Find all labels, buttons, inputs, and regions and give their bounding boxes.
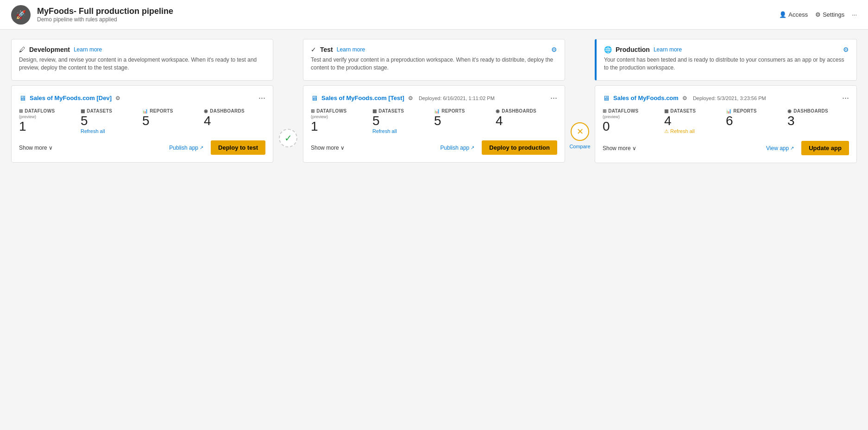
access-button[interactable]: 👤 Access <box>779 11 808 18</box>
show-more-dev[interactable]: Show more ∨ <box>19 145 53 151</box>
workspace-card-dev: 🖥 Sales of MyFoods.com [Dev] ⚙ ··· ⊞ DAT… <box>11 85 273 163</box>
dashboards-icon-dev: ◉ <box>204 108 208 114</box>
app-icon: 🚀 <box>11 5 31 25</box>
refresh-all-test[interactable]: Refresh all <box>372 128 397 134</box>
dataflows-icon-prod: ⊞ <box>603 108 606 114</box>
dashboards-icon-test: ◉ <box>496 108 500 114</box>
metrics-row-prod: ⊞ DATAFLOWS (preview) 0 ▦ DATASETS 4 <box>603 108 849 134</box>
deploy-to-test-button[interactable]: Deploy to test <box>211 140 265 155</box>
chevron-down-icon-prod: ∨ <box>632 145 636 152</box>
workspace-deployed-prod: Deployed: 5/3/2021, 3:23:56 PM <box>693 95 766 101</box>
deploy-status-error: ✕ <box>571 122 589 141</box>
dataflows-value-prod: 0 <box>603 120 610 133</box>
stage-header-card-dev: 🖊 Development Learn more Design, review,… <box>11 39 273 81</box>
dev-stage-name: Development <box>29 46 70 53</box>
workspace-col-prod: 🖥 Sales of MyFoods.com ⚙ Deployed: 5/3/2… <box>595 85 857 163</box>
stage-title-row-dev: 🖊 Development Learn more <box>19 46 265 53</box>
datasets-value-dev: 5 <box>81 114 88 127</box>
dev-learn-more[interactable]: Learn more <box>74 46 102 53</box>
external-link-icon-prod: ↗ <box>790 145 794 151</box>
datasets-icon-dev: ▦ <box>81 108 85 114</box>
chevron-down-icon-dev: ∨ <box>49 145 53 151</box>
workspace-menu-prod[interactable]: ··· <box>842 93 849 103</box>
metric-dashboards-prod: ◉ DASHBOARDS 3 <box>787 108 849 127</box>
workspace-icon-dev: 🖥 <box>19 94 26 102</box>
stage-header-card-test: ✓ Test Learn more ⚙ Test and verify your… <box>303 39 565 81</box>
reports-value-test: 5 <box>434 114 441 127</box>
workspace-rules-icon-test: ⚙ <box>408 95 413 101</box>
card-footer-dev: Show more ∨ Publish app ↗ Deploy to test <box>19 140 265 155</box>
refresh-all-prod[interactable]: ⚠ Refresh all <box>664 128 695 134</box>
workspace-rules-icon-prod: ⚙ <box>682 95 687 101</box>
dataflows-icon-test: ⊞ <box>311 108 314 114</box>
test-stage-icon: ✓ <box>311 46 316 53</box>
warning-icon-prod: ⚠ <box>664 128 669 134</box>
workspace-deployed-test: Deployed: 6/16/2021, 1:11:02 PM <box>419 95 495 101</box>
reports-icon-prod: 📊 <box>726 108 731 114</box>
workspace-name-test[interactable]: Sales of MyFoods.com [Test] <box>321 95 404 101</box>
prod-learn-more[interactable]: Learn more <box>654 46 682 53</box>
metrics-row-test: ⊞ DATAFLOWS (preview) 1 ▦ DATASETS 5 R <box>311 108 557 134</box>
workspace-menu-dev[interactable]: ··· <box>258 93 265 103</box>
deploy-status-check: ✓ <box>279 129 297 147</box>
publish-app-dev[interactable]: Publish app ↗ <box>169 145 203 151</box>
show-more-test[interactable]: Show more ∨ <box>311 145 345 151</box>
prod-stage-name: Production <box>616 46 650 53</box>
workspace-col-dev: 🖥 Sales of MyFoods.com [Dev] ⚙ ··· ⊞ DAT… <box>11 85 273 163</box>
show-more-prod[interactable]: Show more ∨ <box>603 145 636 152</box>
metric-dataflows-dev: ⊞ DATAFLOWS (preview) 1 <box>19 108 81 133</box>
stage-header-card-prod: 🌐 Production Learn more ⚙ Your content h… <box>595 39 857 81</box>
settings-button[interactable]: ⚙ Settings <box>815 11 844 18</box>
publish-app-test[interactable]: Publish app ↗ <box>440 145 475 151</box>
user-icon: 👤 <box>779 11 786 18</box>
view-app-prod[interactable]: View app ↗ <box>766 145 794 152</box>
page-subtitle: Demo pipeline with rules applied <box>37 16 173 23</box>
metric-dataflows-test: ⊞ DATAFLOWS (preview) 1 <box>311 108 372 133</box>
card-footer-prod: Show more ∨ View app ↗ Update app <box>603 141 849 155</box>
metric-datasets-prod: ▦ DATASETS 4 ⚠ Refresh all <box>664 108 726 134</box>
reports-value-prod: 6 <box>726 114 733 127</box>
stage-header-development: 🖊 Development Learn more Design, review,… <box>11 39 273 81</box>
dev-stage-desc: Design, review, and revise your content … <box>19 56 265 72</box>
datasets-value-prod: 4 <box>664 114 672 127</box>
prod-refresh-icon[interactable]: ⚙ <box>843 46 849 53</box>
workspace-icon-prod: 🖥 <box>603 94 610 102</box>
workspace-card-prod: 🖥 Sales of MyFoods.com ⚙ Deployed: 5/3/2… <box>595 85 857 163</box>
workspace-name-dev[interactable]: Sales of MyFoods.com [Dev] <box>30 95 112 101</box>
card-footer-test: Show more ∨ Publish app ↗ Deploy to prod… <box>311 140 557 155</box>
workspace-header-dev: 🖥 Sales of MyFoods.com [Dev] ⚙ ··· <box>19 93 265 103</box>
arrow-col-2: ✕ Compare <box>565 85 595 163</box>
test-refresh-icon[interactable]: ⚙ <box>551 46 557 53</box>
workspace-rules-icon-dev: ⚙ <box>115 95 120 101</box>
dashboards-value-dev: 4 <box>204 114 211 127</box>
workspace-card-test: 🖥 Sales of MyFoods.com [Test] ⚙ Deployed… <box>303 85 565 163</box>
header-right: 👤 Access ⚙ Settings ··· <box>779 11 857 18</box>
chevron-down-icon-test: ∨ <box>340 145 345 151</box>
dataflows-icon-dev: ⊞ <box>19 108 23 114</box>
metrics-row-dev: ⊞ DATAFLOWS (preview) 1 ▦ DATASETS 5 R <box>19 108 265 134</box>
top-bar: 🚀 MyFoods- Full production pipeline Demo… <box>0 0 868 30</box>
metric-dataflows-prod: ⊞ DATAFLOWS (preview) 0 <box>603 108 664 133</box>
datasets-icon-test: ▦ <box>372 108 377 114</box>
refresh-all-dev[interactable]: Refresh all <box>81 128 105 134</box>
metric-reports-test: 📊 REPORTS 5 <box>434 108 496 127</box>
metric-reports-prod: 📊 REPORTS 6 <box>726 108 787 127</box>
external-link-icon-dev: ↗ <box>200 145 203 150</box>
deploy-to-production-button[interactable]: Deploy to production <box>482 140 557 155</box>
more-button[interactable]: ··· <box>852 11 857 18</box>
metric-reports-dev: 📊 REPORTS 5 <box>142 108 204 127</box>
datasets-value-test: 5 <box>372 114 380 127</box>
reports-icon-test: 📊 <box>434 108 440 114</box>
test-stage-name: Test <box>320 46 333 53</box>
workspace-menu-test[interactable]: ··· <box>550 93 557 103</box>
workspace-name-prod[interactable]: Sales of MyFoods.com <box>613 95 679 101</box>
dev-stage-icon: 🖊 <box>19 46 25 53</box>
reports-value-dev: 5 <box>142 114 150 127</box>
stage-title-row-test: ✓ Test Learn more ⚙ <box>311 46 557 53</box>
metric-datasets-dev: ▦ DATASETS 5 Refresh all <box>81 108 142 134</box>
stage-header-test: ✓ Test Learn more ⚙ Test and verify your… <box>303 39 565 81</box>
test-learn-more[interactable]: Learn more <box>337 46 365 53</box>
update-app-button[interactable]: Update app <box>801 141 849 155</box>
metric-dashboards-dev: ◉ DASHBOARDS 4 <box>204 108 265 127</box>
compare-link[interactable]: Compare <box>569 144 590 149</box>
